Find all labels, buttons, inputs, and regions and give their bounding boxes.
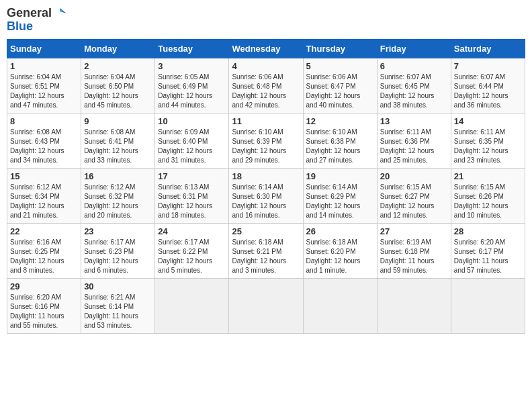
calendar-week-row: 15Sunrise: 6:12 AM Sunset: 6:34 PM Dayli… xyxy=(7,168,525,223)
day-number: 8 xyxy=(10,116,78,126)
day-number: 4 xyxy=(232,61,300,71)
logo-text-general: General xyxy=(7,7,52,20)
day-number: 29 xyxy=(10,281,78,291)
day-number: 16 xyxy=(84,171,152,181)
day-number: 20 xyxy=(380,171,448,181)
calendar-day-cell: 29Sunrise: 6:20 AM Sunset: 6:16 PM Dayli… xyxy=(7,278,81,333)
weekday-header: Wednesday xyxy=(229,39,303,58)
calendar-day-cell: 27Sunrise: 6:19 AM Sunset: 6:18 PM Dayli… xyxy=(377,223,451,278)
day-number: 3 xyxy=(158,61,226,71)
calendar-week-row: 29Sunrise: 6:20 AM Sunset: 6:16 PM Dayli… xyxy=(7,278,525,333)
day-number: 14 xyxy=(454,116,522,126)
day-number: 1 xyxy=(10,61,78,71)
day-content: Sunrise: 6:15 AM Sunset: 6:26 PM Dayligh… xyxy=(454,183,522,220)
page-header: General Blue xyxy=(7,7,525,34)
day-number: 21 xyxy=(454,171,522,181)
day-content: Sunrise: 6:19 AM Sunset: 6:18 PM Dayligh… xyxy=(380,238,448,275)
weekday-header: Tuesday xyxy=(155,39,229,58)
day-number: 24 xyxy=(158,226,226,236)
day-content: Sunrise: 6:05 AM Sunset: 6:49 PM Dayligh… xyxy=(158,73,226,110)
day-content: Sunrise: 6:16 AM Sunset: 6:25 PM Dayligh… xyxy=(10,238,78,275)
calendar-day-cell xyxy=(155,278,229,333)
day-number: 30 xyxy=(84,281,152,291)
logo-bird-icon xyxy=(53,7,66,20)
day-content: Sunrise: 6:17 AM Sunset: 6:23 PM Dayligh… xyxy=(84,238,152,275)
day-number: 22 xyxy=(10,226,78,236)
calendar-day-cell: 28Sunrise: 6:20 AM Sunset: 6:17 PM Dayli… xyxy=(451,223,525,278)
day-number: 7 xyxy=(454,61,522,71)
calendar-day-cell: 13Sunrise: 6:11 AM Sunset: 6:36 PM Dayli… xyxy=(377,113,451,168)
day-content: Sunrise: 6:13 AM Sunset: 6:31 PM Dayligh… xyxy=(158,183,226,220)
calendar-day-cell: 1Sunrise: 6:04 AM Sunset: 6:51 PM Daylig… xyxy=(7,58,81,113)
day-number: 5 xyxy=(306,61,374,71)
calendar-week-row: 22Sunrise: 6:16 AM Sunset: 6:25 PM Dayli… xyxy=(7,223,525,278)
calendar-day-cell xyxy=(229,278,303,333)
calendar-day-cell: 25Sunrise: 6:18 AM Sunset: 6:21 PM Dayli… xyxy=(229,223,303,278)
calendar-day-cell: 16Sunrise: 6:12 AM Sunset: 6:32 PM Dayli… xyxy=(81,168,155,223)
day-content: Sunrise: 6:20 AM Sunset: 6:17 PM Dayligh… xyxy=(454,238,522,275)
day-content: Sunrise: 6:10 AM Sunset: 6:39 PM Dayligh… xyxy=(232,128,300,165)
weekday-header: Monday xyxy=(81,39,155,58)
day-number: 18 xyxy=(232,171,300,181)
day-content: Sunrise: 6:06 AM Sunset: 6:47 PM Dayligh… xyxy=(306,73,374,110)
calendar-day-cell: 20Sunrise: 6:15 AM Sunset: 6:27 PM Dayli… xyxy=(377,168,451,223)
day-content: Sunrise: 6:20 AM Sunset: 6:16 PM Dayligh… xyxy=(10,293,78,330)
weekday-header: Thursday xyxy=(303,39,377,58)
calendar-day-cell: 4Sunrise: 6:06 AM Sunset: 6:48 PM Daylig… xyxy=(229,58,303,113)
day-content: Sunrise: 6:17 AM Sunset: 6:22 PM Dayligh… xyxy=(158,238,226,275)
calendar-day-cell: 24Sunrise: 6:17 AM Sunset: 6:22 PM Dayli… xyxy=(155,223,229,278)
calendar-day-cell: 23Sunrise: 6:17 AM Sunset: 6:23 PM Dayli… xyxy=(81,223,155,278)
calendar-day-cell: 19Sunrise: 6:14 AM Sunset: 6:29 PM Dayli… xyxy=(303,168,377,223)
day-number: 9 xyxy=(84,116,152,126)
calendar-day-cell: 6Sunrise: 6:07 AM Sunset: 6:45 PM Daylig… xyxy=(377,58,451,113)
calendar-day-cell xyxy=(303,278,377,333)
calendar-day-cell: 17Sunrise: 6:13 AM Sunset: 6:31 PM Dayli… xyxy=(155,168,229,223)
day-content: Sunrise: 6:14 AM Sunset: 6:29 PM Dayligh… xyxy=(306,183,374,220)
logo-container: General Blue xyxy=(7,7,66,34)
day-number: 17 xyxy=(158,171,226,181)
calendar-day-cell: 22Sunrise: 6:16 AM Sunset: 6:25 PM Dayli… xyxy=(7,223,81,278)
day-content: Sunrise: 6:04 AM Sunset: 6:51 PM Dayligh… xyxy=(10,73,78,110)
calendar-week-row: 1Sunrise: 6:04 AM Sunset: 6:51 PM Daylig… xyxy=(7,58,525,113)
calendar-day-cell: 10Sunrise: 6:09 AM Sunset: 6:40 PM Dayli… xyxy=(155,113,229,168)
day-content: Sunrise: 6:12 AM Sunset: 6:32 PM Dayligh… xyxy=(84,183,152,220)
day-content: Sunrise: 6:09 AM Sunset: 6:40 PM Dayligh… xyxy=(158,128,226,165)
day-number: 2 xyxy=(84,61,152,71)
calendar-day-cell xyxy=(451,278,525,333)
calendar-day-cell: 26Sunrise: 6:18 AM Sunset: 6:20 PM Dayli… xyxy=(303,223,377,278)
calendar-day-cell: 11Sunrise: 6:10 AM Sunset: 6:39 PM Dayli… xyxy=(229,113,303,168)
calendar-day-cell: 14Sunrise: 6:11 AM Sunset: 6:35 PM Dayli… xyxy=(451,113,525,168)
day-content: Sunrise: 6:06 AM Sunset: 6:48 PM Dayligh… xyxy=(232,73,300,110)
weekday-header-row: SundayMondayTuesdayWednesdayThursdayFrid… xyxy=(7,39,525,58)
day-content: Sunrise: 6:08 AM Sunset: 6:43 PM Dayligh… xyxy=(10,128,78,165)
calendar-day-cell: 18Sunrise: 6:14 AM Sunset: 6:30 PM Dayli… xyxy=(229,168,303,223)
calendar-day-cell: 3Sunrise: 6:05 AM Sunset: 6:49 PM Daylig… xyxy=(155,58,229,113)
calendar-day-cell: 9Sunrise: 6:08 AM Sunset: 6:41 PM Daylig… xyxy=(81,113,155,168)
day-number: 25 xyxy=(232,226,300,236)
day-content: Sunrise: 6:18 AM Sunset: 6:20 PM Dayligh… xyxy=(306,238,374,275)
calendar-day-cell xyxy=(377,278,451,333)
logo: General Blue xyxy=(7,7,66,34)
calendar-day-cell: 5Sunrise: 6:06 AM Sunset: 6:47 PM Daylig… xyxy=(303,58,377,113)
calendar-day-cell: 12Sunrise: 6:10 AM Sunset: 6:38 PM Dayli… xyxy=(303,113,377,168)
calendar-day-cell: 30Sunrise: 6:21 AM Sunset: 6:14 PM Dayli… xyxy=(81,278,155,333)
day-number: 12 xyxy=(306,116,374,126)
calendar-day-cell: 21Sunrise: 6:15 AM Sunset: 6:26 PM Dayli… xyxy=(451,168,525,223)
day-content: Sunrise: 6:15 AM Sunset: 6:27 PM Dayligh… xyxy=(380,183,448,220)
day-content: Sunrise: 6:14 AM Sunset: 6:30 PM Dayligh… xyxy=(232,183,300,220)
day-number: 15 xyxy=(10,171,78,181)
day-content: Sunrise: 6:07 AM Sunset: 6:45 PM Dayligh… xyxy=(380,73,448,110)
day-content: Sunrise: 6:21 AM Sunset: 6:14 PM Dayligh… xyxy=(84,293,152,330)
day-number: 19 xyxy=(306,171,374,181)
calendar-body: 1Sunrise: 6:04 AM Sunset: 6:51 PM Daylig… xyxy=(7,58,525,333)
calendar-day-cell: 2Sunrise: 6:04 AM Sunset: 6:50 PM Daylig… xyxy=(81,58,155,113)
day-number: 26 xyxy=(306,226,374,236)
day-number: 11 xyxy=(232,116,300,126)
day-number: 27 xyxy=(380,226,448,236)
day-number: 23 xyxy=(84,226,152,236)
day-number: 28 xyxy=(454,226,522,236)
day-content: Sunrise: 6:12 AM Sunset: 6:34 PM Dayligh… xyxy=(10,183,78,220)
calendar-day-cell: 15Sunrise: 6:12 AM Sunset: 6:34 PM Dayli… xyxy=(7,168,81,223)
day-content: Sunrise: 6:04 AM Sunset: 6:50 PM Dayligh… xyxy=(84,73,152,110)
weekday-header: Saturday xyxy=(451,39,525,58)
